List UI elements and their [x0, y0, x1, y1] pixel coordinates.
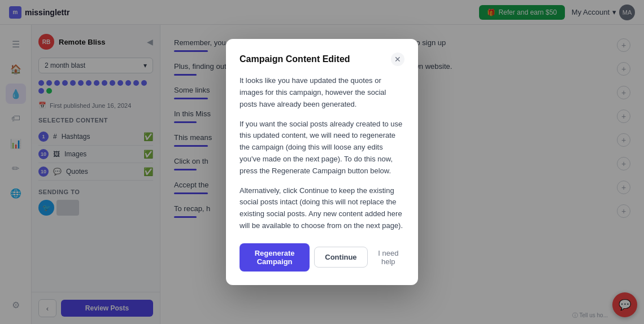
- modal-title: Campaign Content Edited: [240, 54, 350, 64]
- continue-button[interactable]: Continue: [314, 247, 367, 268]
- modal-paragraph-2: If you want the social posts already cre…: [240, 119, 404, 177]
- modal-header: Campaign Content Edited ✕: [240, 52, 404, 66]
- i-need-help-button[interactable]: I need help: [372, 243, 404, 272]
- modal-close-button[interactable]: ✕: [391, 52, 404, 66]
- modal-overlay: Campaign Content Edited ✕ It looks like …: [0, 0, 644, 324]
- modal-paragraph-1: It looks like you have updated the quote…: [240, 75, 404, 110]
- modal-body: It looks like you have updated the quote…: [240, 75, 404, 232]
- regenerate-campaign-button[interactable]: Regenerate Campaign: [240, 243, 310, 272]
- campaign-content-edited-modal: Campaign Content Edited ✕ It looks like …: [226, 39, 418, 285]
- modal-actions: Regenerate Campaign Continue I need help: [240, 243, 404, 272]
- modal-paragraph-3: Alternatively, click Continue to keep th…: [240, 185, 404, 232]
